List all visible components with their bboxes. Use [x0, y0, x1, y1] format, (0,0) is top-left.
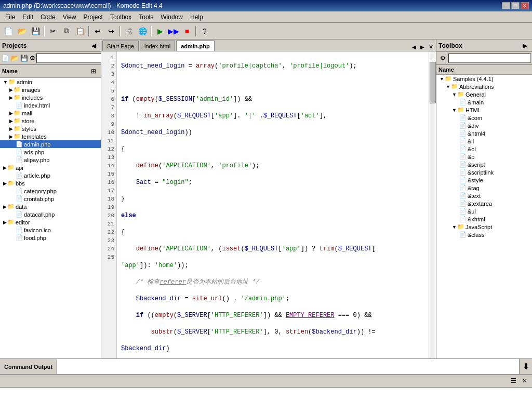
title-text: admin.php (D:\workspace\www\ecmall) - Ko… — [3, 2, 163, 9]
proj-new-btn[interactable]: 📄 — [1, 53, 10, 63]
run-button[interactable]: ▶ — [154, 25, 166, 37]
tree-store[interactable]: ▶ 📁 store — [0, 117, 101, 125]
help-button[interactable]: ? — [198, 25, 211, 37]
tree-mail[interactable]: ▶ 📁 mail — [0, 109, 101, 117]
tree-editor[interactable]: ▶ 📁 editor — [0, 218, 101, 226]
toolbox-xhtml[interactable]: 📄 &xhtml — [436, 215, 532, 223]
menu-code[interactable]: Code — [37, 12, 59, 22]
toolbox-style[interactable]: 📄 &style — [436, 176, 532, 184]
right-panel: Toolbox ▶ ⚙ Name ▼ 📁 Samples (4.4.1) ▼ 📁… — [436, 39, 532, 358]
cmd-download-btn[interactable]: ⬇ — [521, 362, 531, 372]
proj-save-btn[interactable]: 💾 — [20, 53, 29, 63]
tab-prev-arrow[interactable]: ◀ — [410, 44, 418, 50]
proj-sort-btn[interactable]: ⊞ — [88, 66, 99, 76]
tree-favicon[interactable]: 📄 favicon.ico — [0, 226, 101, 234]
command-output-label: Command Output — [0, 359, 57, 374]
toolbox-ol[interactable]: 📄 &ol — [436, 145, 532, 153]
toolbox-li[interactable]: 📄 &li — [436, 137, 532, 145]
toolbox-textarea[interactable]: 📄 &textarea — [436, 200, 532, 207]
toolbox-text[interactable]: 📄 &text — [436, 192, 532, 200]
toolbox-abbreviations[interactable]: ▼ 📁 Abbreviations — [436, 83, 532, 90]
stop-button[interactable]: ■ — [181, 25, 193, 37]
tab-index-html[interactable]: index.html — [140, 41, 175, 51]
tab-admin-php[interactable]: admin.php — [176, 41, 215, 51]
toolbox-class[interactable]: 📄 &class — [436, 231, 532, 238]
name-label: Name — [2, 68, 18, 74]
toolbox-header: Toolbox ▶ — [436, 39, 532, 52]
toolbox-com[interactable]: 📄 &com — [436, 114, 532, 122]
tree-ads-php[interactable]: 📄 ads.php — [0, 148, 101, 156]
sep4 — [151, 26, 152, 36]
tree-data[interactable]: ▶ 📁 data — [0, 203, 101, 210]
toolbox-tag[interactable]: 📄 &tag — [436, 184, 532, 192]
menu-help[interactable]: Help — [187, 12, 206, 22]
tree-alipay-php[interactable]: 📄 alipay.php — [0, 156, 101, 164]
tree-styles[interactable]: ▶ 📁 styles — [0, 125, 101, 132]
undo-button[interactable]: ↩ — [91, 25, 104, 37]
tree-bbs[interactable]: ▶ 📁 bbs — [0, 179, 101, 187]
title-bar: admin.php (D:\workspace\www\ecmall) - Ko… — [0, 0, 532, 11]
bottom-menu-btn[interactable]: ☰ — [508, 376, 518, 386]
toolbox-add-btn[interactable]: ⚙ — [437, 53, 448, 63]
toolbox-javascript[interactable]: ▼ 📁 JavaScript — [436, 223, 532, 231]
menu-edit[interactable]: Edit — [19, 12, 36, 22]
debug-button[interactable]: ▶▶ — [167, 25, 180, 37]
sep2 — [88, 26, 89, 36]
minimize-button[interactable]: − — [502, 2, 510, 9]
tree-templates[interactable]: ▶ 📁 templates — [0, 132, 101, 140]
tree-article-php[interactable]: 📄 article.php — [0, 171, 101, 179]
menu-tools[interactable]: Tools — [136, 12, 156, 22]
scrollbar-thumb[interactable] — [430, 62, 436, 103]
proj-open-btn[interactable]: 📂 — [10, 53, 19, 63]
proj-settings-btn[interactable]: ⚙ — [29, 53, 36, 63]
menu-project[interactable]: Project — [81, 12, 106, 22]
tree-crontab-php[interactable]: 📄 crontab.php — [0, 195, 101, 203]
tab-start-page[interactable]: Start Page — [102, 41, 139, 51]
tree-food-php[interactable]: 📄 food.php — [0, 234, 101, 242]
tab-controls: ◀ ▶ ✕ — [410, 43, 435, 51]
menu-view[interactable]: View — [60, 12, 79, 22]
toolbox-p[interactable]: 📄 &p — [436, 153, 532, 161]
toolbox-script[interactable]: 📄 &script — [436, 161, 532, 168]
toolbox-scriptlink[interactable]: 📄 &scriptlink — [436, 168, 532, 176]
menu-file[interactable]: File — [2, 12, 18, 22]
tree-admin-php[interactable]: 📄 admin.php — [0, 140, 101, 148]
tree-datacall-php[interactable]: 📄 datacall.php — [0, 210, 101, 218]
menu-window[interactable]: Window — [157, 12, 186, 22]
toolbox-general[interactable]: ▼ 📁 General — [436, 90, 532, 98]
copy-button[interactable]: ⧉ — [60, 25, 73, 37]
new-button[interactable]: 📄 — [2, 25, 15, 37]
tab-next-arrow[interactable]: ▶ — [419, 44, 426, 50]
toolbox-main[interactable]: 📄 &main — [436, 98, 532, 106]
toolbox-arrow-btn[interactable]: ▶ — [520, 41, 530, 51]
save-button[interactable]: 💾 — [29, 25, 42, 37]
toolbox-samples[interactable]: ▼ 📁 Samples (4.4.1) — [436, 75, 532, 83]
code-content[interactable]: $donot_need_login = array('profile|captc… — [117, 51, 436, 358]
projects-arrow-btn[interactable]: ◀ — [88, 41, 99, 51]
redo-button[interactable]: ↪ — [105, 25, 117, 37]
bottom-close-btn[interactable]: ✕ — [520, 376, 530, 386]
toolbox-html4[interactable]: 📄 &html4 — [436, 129, 532, 137]
open-button[interactable]: 📂 — [16, 25, 28, 37]
tree-images[interactable]: ▶ 📁 images — [0, 86, 101, 94]
tree-category-php[interactable]: 📄 category.php — [0, 187, 101, 195]
close-button[interactable]: ✕ — [521, 2, 529, 9]
toolbox-html[interactable]: ▼ 📁 HTML — [436, 106, 532, 114]
cut-button[interactable]: ✂ — [47, 25, 59, 37]
toolbox-search-input[interactable] — [448, 54, 531, 63]
print-button[interactable]: 🖨 — [123, 25, 135, 37]
scrollbar-vertical[interactable] — [429, 51, 436, 358]
browser-button[interactable]: 🌐 — [136, 25, 149, 37]
toolbox-name-label: Name — [438, 66, 454, 73]
tab-close-btn[interactable]: ✕ — [427, 43, 435, 51]
paste-button[interactable]: 📋 — [74, 25, 86, 37]
tree-api[interactable]: ▶ 📁 api — [0, 164, 101, 171]
maximize-button[interactable]: □ — [511, 2, 520, 9]
toolbox-ul[interactable]: 📄 &ul — [436, 207, 532, 215]
menu-toolbox[interactable]: Toolbox — [107, 12, 135, 22]
toolbox-div[interactable]: 📄 &div — [436, 122, 532, 129]
code-editor[interactable]: 12345 678910 1112131415 1617181920 21222… — [101, 51, 436, 358]
tree-index-html[interactable]: 📄 index.html — [0, 101, 101, 109]
tree-admin[interactable]: ▼ 📁 admin — [0, 78, 101, 86]
tree-includes[interactable]: ▶ 📁 includes — [0, 94, 101, 101]
